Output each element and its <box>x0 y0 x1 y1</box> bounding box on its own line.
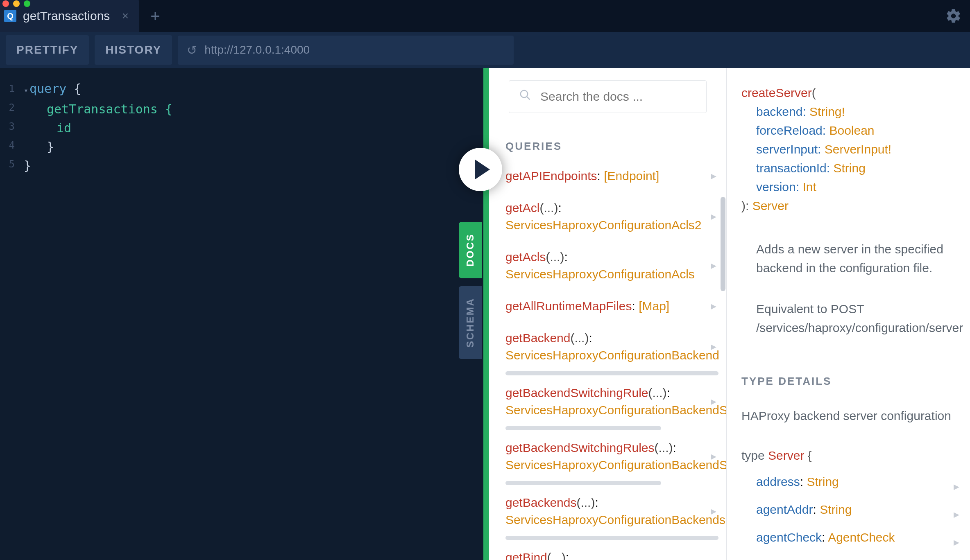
chevron-right-icon: ▶ <box>711 558 716 560</box>
execute-query-button[interactable] <box>459 148 502 191</box>
endpoint-url-text: http://127.0.0.1:4000 <box>204 43 310 56</box>
query-item[interactable]: getBackendSwitchingRules(...): ServicesH… <box>505 439 718 474</box>
side-tabs: DOCS SCHEMA <box>459 222 482 359</box>
main-area: 1 2 3 4 5 ▾query { getTransactions { id … <box>0 68 970 560</box>
new-tab-button[interactable]: + <box>139 0 171 32</box>
chevron-right-icon: ▶ <box>711 257 716 274</box>
play-icon <box>475 160 490 179</box>
fold-icon[interactable]: ▾ <box>24 81 29 100</box>
docs-detail-panel: createServer( backend: String! forceRelo… <box>727 68 970 560</box>
gear-icon <box>945 8 962 24</box>
query-item[interactable]: getBackendSwitchingRule(...): ServicesHa… <box>505 384 718 419</box>
description: Adds a new server in the specified backe… <box>756 240 965 278</box>
chevron-right-icon: ▶ <box>954 505 959 524</box>
type-field[interactable]: agentAddr: String▶ <box>741 500 970 519</box>
query-item[interactable]: getAllRuntimeMapFiles: [Map]▶ <box>505 298 718 315</box>
queries-heading: QUERIES <box>505 140 718 153</box>
signature: createServer( backend: String! forceRelo… <box>741 84 970 215</box>
horizontal-scrollbar[interactable] <box>505 426 661 430</box>
vertical-scrollbar[interactable] <box>721 197 725 291</box>
type-declaration: type Server { <box>741 446 970 465</box>
window-traffic-lights <box>2 0 30 7</box>
docs-search[interactable] <box>509 80 707 113</box>
close-tab-icon[interactable]: × <box>122 9 129 23</box>
refresh-icon[interactable]: ↺ <box>187 43 197 57</box>
query-item[interactable]: getBind(...): ServicesHaproxyConfigurati… <box>505 549 718 560</box>
close-window-button[interactable] <box>2 0 9 7</box>
docs-search-input[interactable] <box>540 90 696 104</box>
tab-label: getTransactions <box>23 9 110 23</box>
chevron-right-icon: ▶ <box>711 208 716 225</box>
docs-tab[interactable]: DOCS <box>459 222 482 278</box>
description-equivalent: Equivalent to POST /services/haproxy/con… <box>756 300 970 337</box>
search-icon <box>519 89 531 104</box>
query-item[interactable]: getAcls(...): ServicesHaproxyConfigurati… <box>505 248 718 283</box>
tab-bar: Q getTransactions × + <box>0 0 970 32</box>
settings-button[interactable] <box>937 0 970 32</box>
svg-line-1 <box>527 97 530 100</box>
chevron-right-icon: ▶ <box>711 167 716 185</box>
horizontal-scrollbar[interactable] <box>505 371 718 375</box>
type-field[interactable]: address: String▶ <box>741 472 970 491</box>
svg-point-0 <box>521 90 528 98</box>
type-details-heading: TYPE DETAILS <box>741 372 970 391</box>
query-badge-icon: Q <box>4 10 16 22</box>
type-description: HAProxy backend server configuration <box>741 407 970 425</box>
prettify-button[interactable]: PRETTIFY <box>6 35 89 65</box>
pane-divider[interactable] <box>483 68 489 560</box>
query-item[interactable]: getBackends(...): ServicesHaproxyConfigu… <box>505 494 718 528</box>
docs-queries-panel: QUERIES getAPIEndpoints: [Endpoint]▶ get… <box>489 68 727 560</box>
line-gutter: 1 2 3 4 5 <box>0 79 15 174</box>
toolbar: PRETTIFY HISTORY ↺ http://127.0.0.1:4000 <box>0 32 970 68</box>
horizontal-scrollbar[interactable] <box>505 536 718 540</box>
minimize-window-button[interactable] <box>13 0 20 7</box>
query-item[interactable]: getAcl(...): ServicesHaproxyConfiguratio… <box>505 199 718 234</box>
chevron-right-icon: ▶ <box>711 338 716 355</box>
chevron-right-icon: ▶ <box>954 477 959 496</box>
chevron-right-icon: ▶ <box>711 448 716 465</box>
chevron-right-icon: ▶ <box>711 503 716 520</box>
code-content: ▾query { getTransactions { id } } <box>0 79 483 175</box>
chevron-right-icon: ▶ <box>711 393 716 410</box>
type-field[interactable]: agentInter: Int <box>741 556 970 560</box>
history-button[interactable]: HISTORY <box>95 35 172 65</box>
maximize-window-button[interactable] <box>24 0 30 7</box>
query-item[interactable]: getBackend(...): ServicesHaproxyConfigur… <box>505 330 718 364</box>
query-editor[interactable]: 1 2 3 4 5 ▾query { getTransactions { id … <box>0 68 483 560</box>
chevron-right-icon: ▶ <box>954 533 959 552</box>
chevron-right-icon: ▶ <box>711 298 716 315</box>
query-item[interactable]: getAPIEndpoints: [Endpoint]▶ <box>505 167 718 185</box>
horizontal-scrollbar[interactable] <box>505 481 661 485</box>
endpoint-url-input[interactable]: ↺ http://127.0.0.1:4000 <box>178 36 514 65</box>
schema-tab[interactable]: SCHEMA <box>459 286 482 359</box>
type-field[interactable]: agentCheck: AgentCheck▶ <box>741 528 970 547</box>
